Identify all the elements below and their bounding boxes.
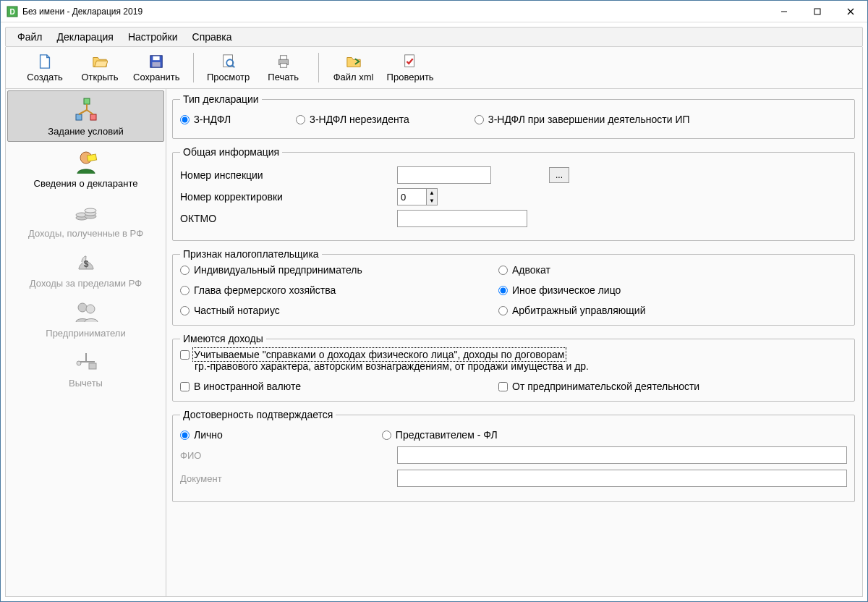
sidebar-entrepreneurs-label: Предприниматели: [46, 328, 125, 339]
sidebar-item-declarant[interactable]: Сведения о декларанте: [6, 143, 166, 193]
radio-lawyer[interactable]: Адвокат: [498, 264, 847, 276]
group-declaration-type: Тип декларации 3-НДФЛ 3-НДФЛ нерезидента…: [172, 93, 855, 139]
spinner-up[interactable]: ▲: [427, 189, 437, 197]
menu-declaration[interactable]: Декларация: [49, 28, 121, 46]
xml-file-icon: [345, 53, 362, 70]
toolbar-open-label: Открыть: [81, 72, 118, 82]
spinner-down[interactable]: ▼: [427, 197, 437, 205]
preview-icon: [220, 53, 237, 70]
radio-3ndfl-input[interactable]: [180, 115, 190, 124]
input-inspection[interactable]: [397, 166, 491, 184]
radio-farm-head[interactable]: Глава фермерского хозяйства: [180, 284, 498, 296]
radio-notary-input[interactable]: [180, 306, 190, 315]
input-document[interactable]: [397, 470, 847, 487]
toolbar-file-xml[interactable]: Файл xml: [332, 53, 375, 82]
svg-text:$: $: [83, 259, 88, 269]
income-certificates-subtext: гр.-правового характера, авторским возна…: [195, 360, 847, 372]
group-income-legend: Имеются доходы: [180, 333, 266, 344]
radio-notary[interactable]: Частный нотариус: [180, 305, 498, 316]
main-form: Тип декларации 3-НДФЛ 3-НДФЛ нерезидента…: [166, 89, 862, 596]
sidebar-item-income-abroad[interactable]: $ Доходы за пределами РФ: [6, 243, 166, 293]
radio-representative[interactable]: Представителем - ФЛ: [382, 429, 498, 441]
radio-arbitration-manager-input[interactable]: [498, 306, 508, 315]
check-entrepreneur-activity[interactable]: От предпринимательской деятельности: [498, 381, 847, 392]
spinner-correction[interactable]: ▲ ▼: [397, 188, 542, 205]
income-rf-icon: [72, 198, 101, 226]
svg-rect-18: [90, 114, 96, 120]
declarant-icon: [72, 148, 101, 177]
maximize-button[interactable]: [801, 1, 834, 22]
check-income-certificates-input[interactable]: [180, 350, 190, 360]
toolbar-file-xml-label: Файл xml: [333, 72, 374, 82]
svg-rect-8: [153, 62, 161, 67]
svg-rect-3: [814, 9, 820, 14]
toolbar-open[interactable]: Открыть: [78, 53, 122, 82]
new-file-icon: [36, 53, 54, 70]
menu-settings[interactable]: Настройки: [121, 28, 185, 46]
sidebar-item-income-rf[interactable]: Доходы, полученные в РФ: [6, 193, 166, 243]
svg-rect-23: [87, 154, 96, 161]
radio-3ndfl-ip[interactable]: 3-НДФЛ при завершении деятельности ИП: [475, 114, 690, 125]
toolbar-create[interactable]: Создать: [23, 53, 67, 82]
check-foreign-currency[interactable]: В иностранной валюте: [180, 381, 498, 392]
radio-other-individual[interactable]: Иное физическое лицо: [498, 284, 847, 296]
radio-other-individual-input[interactable]: [498, 286, 508, 295]
menu-help[interactable]: Справка: [185, 28, 239, 46]
menu-file[interactable]: Файл: [10, 28, 49, 46]
toolbar-preview[interactable]: Просмотр: [207, 53, 250, 82]
check-foreign-currency-input[interactable]: [180, 382, 190, 391]
label-fio: ФИО: [180, 450, 390, 461]
radio-personally[interactable]: Лично: [180, 429, 223, 441]
group-general-info: Общая информация Номер инспекции ... Ном…: [172, 146, 855, 241]
check-entrepreneur-activity-input[interactable]: [498, 382, 508, 391]
sidebar-item-entrepreneurs[interactable]: Предприниматели: [6, 293, 166, 343]
group-declaration-type-legend: Тип декларации: [180, 93, 262, 105]
radio-3ndfl-ip-input[interactable]: [475, 115, 484, 124]
label-document: Документ: [180, 473, 390, 484]
group-income: Имеются доходы Учитываемые "справками о …: [172, 333, 855, 402]
deductions-icon: [72, 347, 101, 376]
svg-rect-13: [280, 56, 286, 60]
check-icon: [401, 53, 419, 70]
conditions-icon: [72, 96, 101, 124]
toolbar-save[interactable]: Сохранить: [133, 53, 180, 82]
svg-point-30: [78, 303, 87, 312]
browse-inspection-button[interactable]: ...: [549, 167, 569, 183]
window-title: Без имени - Декларация 2019: [22, 7, 767, 17]
group-general-info-legend: Общая информация: [180, 146, 282, 158]
toolbar-check[interactable]: Проверить: [387, 53, 434, 82]
svg-line-21: [87, 110, 93, 114]
titlebar: D Без имени - Декларация 2019: [1, 1, 867, 22]
sidebar-item-deductions[interactable]: Вычеты: [6, 343, 166, 393]
close-button[interactable]: [834, 1, 867, 22]
sidebar-item-conditions[interactable]: Задание условий: [7, 90, 164, 142]
input-oktmo[interactable]: [397, 210, 527, 227]
minimize-button[interactable]: [767, 1, 801, 22]
radio-personally-input[interactable]: [180, 431, 190, 440]
folder-open-icon: [91, 53, 109, 70]
radio-farm-head-input[interactable]: [180, 286, 190, 295]
input-fio[interactable]: [397, 446, 847, 464]
entrepreneurs-icon: [72, 297, 101, 326]
toolbar-print[interactable]: Печать: [262, 53, 305, 82]
radio-3ndfl-nonresident-input[interactable]: [296, 115, 305, 124]
radio-lawyer-input[interactable]: [498, 266, 508, 275]
label-correction: Номер корректировки: [180, 191, 390, 203]
label-oktmo: ОКТМО: [180, 213, 390, 224]
group-confirmation: Достоверность подтверждается Лично Предс…: [172, 409, 855, 502]
radio-3ndfl-nonresident[interactable]: 3-НДФЛ нерезидента: [296, 114, 409, 125]
radio-individual-entrepreneur[interactable]: Индивидуальный предприниматель: [180, 264, 498, 276]
radio-arbitration-manager[interactable]: Арбитражный управляющий: [498, 305, 847, 316]
svg-point-33: [77, 361, 81, 365]
svg-point-28: [85, 208, 96, 213]
toolbar-print-label: Печать: [268, 72, 299, 82]
svg-rect-14: [280, 64, 286, 68]
radio-representative-input[interactable]: [382, 431, 391, 440]
input-correction[interactable]: [397, 188, 426, 205]
check-income-certificates[interactable]: Учитываемые "справками о доходах физичес…: [180, 349, 847, 360]
radio-3ndfl[interactable]: 3-НДФЛ: [180, 114, 231, 125]
menubar: Файл Декларация Настройки Справка: [5, 27, 863, 47]
radio-individual-entrepreneur-input[interactable]: [180, 266, 190, 275]
toolbar-preview-label: Просмотр: [207, 72, 250, 82]
sidebar-income-rf-label: Доходы, полученные в РФ: [28, 228, 143, 239]
